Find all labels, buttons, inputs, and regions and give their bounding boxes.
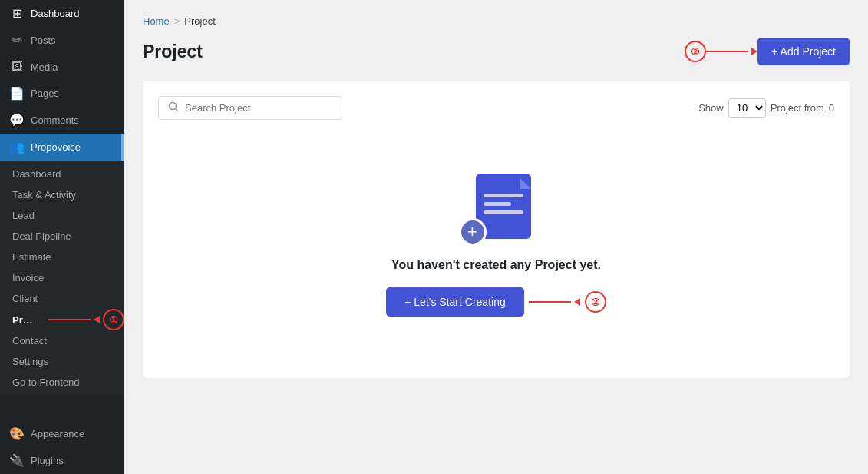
show-select[interactable]: 10 25 50 bbox=[728, 98, 766, 118]
page-header: Project ② + Add Project bbox=[143, 38, 850, 65]
annotation-1: ① bbox=[48, 309, 124, 330]
breadcrumb: Home > Project bbox=[143, 15, 850, 27]
show-label: Show bbox=[698, 102, 724, 114]
main-content: Home > Project Project ② + Add Project bbox=[124, 0, 868, 474]
svg-point-0 bbox=[170, 103, 177, 110]
submenu-settings[interactable]: Settings bbox=[0, 351, 124, 372]
breadcrumb-separator: > bbox=[174, 15, 180, 27]
search-input[interactable] bbox=[185, 102, 332, 114]
pages-icon: 📄 bbox=[9, 86, 25, 101]
media-icon: 🖼 bbox=[9, 60, 25, 74]
annotation-arrow-2 bbox=[706, 48, 757, 55]
breadcrumb-home[interactable]: Home bbox=[143, 15, 170, 27]
header-right: ② + Add Project bbox=[685, 38, 850, 65]
posts-icon: ✏ bbox=[9, 33, 25, 48]
propovoice-submenu: Dashboard Task & Activity Lead Deal Pipe… bbox=[0, 161, 124, 396]
empty-message: You haven't created any Project yet. bbox=[391, 258, 601, 272]
submenu-estimate[interactable]: Estimate bbox=[0, 247, 124, 267]
page-title: Project bbox=[143, 41, 203, 62]
propovoice-icon: 👥 bbox=[9, 140, 25, 154]
submenu-frontend[interactable]: Go to Frontend bbox=[0, 372, 124, 393]
lets-start-button[interactable]: + Let's Start Creating bbox=[386, 287, 523, 317]
appearance-icon: 🎨 bbox=[9, 426, 25, 441]
svg-line-1 bbox=[176, 109, 179, 112]
add-circle-icon: + bbox=[459, 218, 487, 246]
annotation-circle-2-header: ② bbox=[685, 41, 706, 62]
comments-icon: 💬 bbox=[9, 113, 25, 128]
submenu-invoice[interactable]: Invoice bbox=[0, 267, 124, 288]
sidebar: ⊞ Dashboard ✏ Posts 🖼 Media 📄 Pages 💬 Co… bbox=[0, 0, 124, 474]
bottom-annotation: + Let's Start Creating ② bbox=[386, 287, 606, 317]
project-from-label: Project from bbox=[771, 102, 824, 114]
sidebar-item-comments[interactable]: 💬 Comments bbox=[0, 107, 124, 134]
submenu-lead[interactable]: Lead bbox=[0, 205, 124, 226]
plugins-icon: 🔌 bbox=[9, 453, 25, 468]
annotation-arrow-start bbox=[529, 298, 580, 306]
sidebar-item-pages[interactable]: 📄 Pages bbox=[0, 80, 124, 107]
empty-state: + You haven't created any Project yet. +… bbox=[158, 143, 834, 363]
doc-line-3 bbox=[484, 210, 523, 214]
doc-line-1 bbox=[484, 194, 523, 197]
sidebar-item-dashboard[interactable]: ⊞ Dashboard bbox=[0, 0, 124, 27]
arrow-line-bottom bbox=[529, 301, 571, 303]
empty-doc-icon: + bbox=[462, 174, 531, 243]
search-box[interactable] bbox=[158, 96, 342, 120]
submenu-project-row: Project ① bbox=[0, 309, 124, 330]
sidebar-item-plugins[interactable]: 🔌 Plugins bbox=[0, 447, 124, 474]
submenu-client[interactable]: Client bbox=[0, 288, 124, 309]
project-from-count: 0 bbox=[829, 102, 834, 114]
breadcrumb-current: Project bbox=[184, 15, 215, 27]
doc-line-2 bbox=[484, 202, 511, 206]
submenu-task-activity[interactable]: Task & Activity bbox=[0, 184, 124, 205]
add-project-button[interactable]: + Add Project bbox=[757, 38, 850, 65]
doc-lines bbox=[484, 194, 523, 214]
submenu-dashboard[interactable]: Dashboard bbox=[0, 164, 124, 184]
annotation-arrow-left-1 bbox=[48, 316, 100, 323]
submenu-deal-pipeline[interactable]: Deal Pipeline bbox=[0, 226, 124, 247]
annotation-circle-2-bottom: ② bbox=[585, 291, 606, 313]
sidebar-item-propovoice[interactable]: 👥 Propovoice bbox=[0, 134, 124, 161]
dashboard-icon: ⊞ bbox=[9, 6, 25, 21]
search-row: Show 10 25 50 Project from 0 bbox=[158, 96, 834, 120]
arrow-head-bottom bbox=[574, 298, 580, 306]
sidebar-item-posts[interactable]: ✏ Posts bbox=[0, 27, 124, 54]
search-icon bbox=[168, 101, 179, 114]
sidebar-item-appearance[interactable]: 🎨 Appearance bbox=[0, 420, 124, 447]
submenu-project[interactable]: Project bbox=[0, 310, 47, 330]
arrow-head bbox=[751, 48, 757, 55]
arrow-line bbox=[706, 51, 748, 52]
annotation-circle-1: ① bbox=[103, 309, 124, 330]
sidebar-item-media[interactable]: 🖼 Media bbox=[0, 54, 124, 80]
submenu-contact[interactable]: Contact bbox=[0, 330, 124, 351]
show-row: Show 10 25 50 Project from 0 bbox=[698, 98, 834, 118]
project-card: Show 10 25 50 Project from 0 bbox=[143, 81, 850, 378]
content-area: Home > Project Project ② + Add Project bbox=[124, 0, 868, 474]
